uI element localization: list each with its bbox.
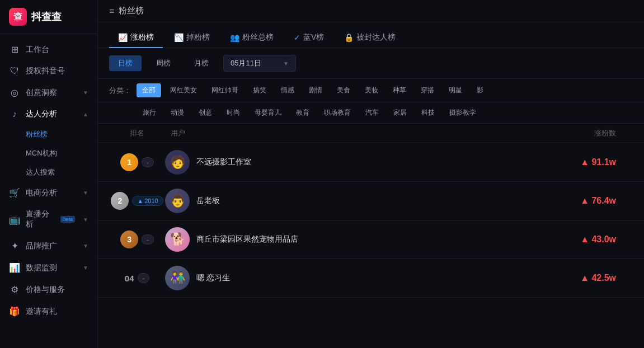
table-row[interactable]: 2 ▲ 2010 👨 岳老板 ▲ 76.4w [98,182,644,220]
cat-car-button[interactable]: 汽车 [360,106,384,120]
tab-fans-up[interactable]: 📈 涨粉榜 [109,28,163,48]
table-row[interactable]: 1 - 🧑 不远摄影工作室 ▲ 91.1w [98,143,644,182]
cat-drama-button[interactable]: 剧情 [303,83,328,97]
cat-anime-button[interactable]: 动漫 [165,106,190,120]
cat-beauty-button[interactable]: 网红美女 [164,83,203,97]
sidebar-item-pricing[interactable]: ⚙ 价格与服务 [0,279,97,300]
cat-trend-button[interactable]: 时尚 [221,106,246,120]
avatar-2: 👨 [165,189,190,213]
rank-change-value: - [143,275,145,281]
table-header: 排名 用户 涨粉数 [98,124,644,143]
chevron-down-icon: ▼ [283,60,289,67]
cat-workplace-button[interactable]: 职场教育 [318,106,356,120]
cat-star-button[interactable]: 明星 [443,83,468,97]
tabs-bar: 📈 涨粉榜 📉 掉粉榜 👥 粉丝总榜 ✓ 蓝V榜 🔒 被封达人榜 [98,22,644,48]
cat-fashion-button[interactable]: 穿搭 [415,83,440,97]
cat-parenting-button[interactable]: 母婴育儿 [249,106,287,120]
cat-more-button[interactable]: 影 [471,83,489,97]
ecom-icon: 🛒 [9,187,20,198]
brand-icon: ✦ [9,241,20,251]
avatar-3: 🐕 [165,227,190,252]
sidebar-item-label: 品牌推广 [26,241,77,251]
fans-change-value-2: ▲ 76.4w [580,196,616,206]
cat-home-button[interactable]: 家居 [388,106,412,120]
header-menu-icon: ≡ [109,6,114,16]
logo-area: 查 抖查查 [0,0,97,34]
sidebar-item-insight[interactable]: ◎ 创意洞察 ▼ [0,82,97,104]
cat-handsome-button[interactable]: 网红帅哥 [206,83,244,97]
cat-emotion-button[interactable]: 情感 [275,83,300,97]
sidebar-item-label: 达人分析 [26,109,77,119]
tab-label: 涨粉榜 [130,32,154,43]
chevron-down-icon: ▼ [83,90,88,96]
cat-creative-button[interactable]: 创意 [193,106,218,120]
rank-change-value: - [147,159,149,166]
period-week-button[interactable]: 周榜 [147,55,180,71]
rank-number-4: 04 [125,274,134,283]
sidebar-item-auth[interactable]: 🛡 授权抖音号 [0,60,97,82]
col-rank-header: 排名 [109,128,165,138]
rank-area-1: 1 - [109,153,165,171]
table-row[interactable]: 3 - 🐕 商丘市梁园区果然宠物用品店 ▲ 43.0w [98,220,644,259]
sidebar-item-label: 邀请有礼 [26,307,88,317]
col-fans-header: 涨粉数 [549,128,633,138]
avatar-1: 🧑 [165,150,190,175]
rank-change-badge-2: ▲ 2010 [132,196,163,206]
user-area-2: 👨 岳老板 [165,189,549,213]
sidebar-item-label: 电商分析 [26,188,77,198]
rank-change-value: - [147,236,149,243]
cat-edu-button[interactable]: 教育 [290,106,315,120]
rank-change-value: 2010 [144,197,158,204]
rank-medal-bronze: 3 [120,231,138,248]
user-area-1: 🧑 不远摄影工作室 [165,150,549,175]
tab-blocked[interactable]: 🔒 被封达人榜 [335,28,405,48]
cat-grass-button[interactable]: 种草 [387,83,412,97]
sidebar-item-live[interactable]: 📺 直播分析 Beta ▼ [0,204,97,235]
cat-funny-button[interactable]: 搞笑 [247,83,272,97]
username-3: 商丘市梁园区果然宠物用品店 [196,234,298,244]
fans-up-icon: 📈 [118,33,128,42]
cat-food-button[interactable]: 美食 [331,83,356,97]
cat-photo-edu-button[interactable]: 摄影教学 [444,106,482,120]
date-selector[interactable]: 05月11日 ▼ [223,55,296,72]
sidebar-item-brand[interactable]: ✦ 品牌推广 ▼ [0,235,97,257]
sidebar-item-ecom[interactable]: 🛒 电商分析 ▼ [0,182,97,204]
sidebar-item-invite[interactable]: 🎁 邀请有礼 [0,300,97,322]
period-day-button[interactable]: 日榜 [109,55,142,71]
table-area: 排名 用户 涨粉数 1 - 🧑 不远摄影工作室 ▲ 91.1w [98,124,644,348]
logo-icon: 查 [9,8,27,26]
sidebar-item-workspace[interactable]: ⊞ 工作台 [0,39,97,60]
mcn-label: MCN机构 [26,148,57,158]
cat-all-button[interactable]: 全部 [137,83,161,97]
user-area-3: 🐕 商丘市梁园区果然宠物用品店 [165,227,549,252]
fans-count-4: ▲ 42.5w [549,273,633,283]
tab-fans-total[interactable]: 👥 粉丝总榜 [221,28,283,48]
sidebar-item-kol[interactable]: ♪ 达人分析 ▲ [0,104,97,125]
sidebar-subitem-kol-search[interactable]: 达人搜索 [0,163,97,182]
blocked-icon: 🔒 [344,33,354,42]
rank-change-badge-3: - [142,234,154,244]
cat-travel-button[interactable]: 旅行 [137,106,162,120]
tab-blue-v[interactable]: ✓ 蓝V榜 [285,28,333,48]
period-month-button[interactable]: 月榜 [185,55,218,71]
page-title: 粉丝榜 [119,6,144,16]
sidebar-item-label: 价格与服务 [26,285,88,295]
blue-v-icon: ✓ [294,33,300,42]
workspace-icon: ⊞ [9,44,20,55]
chevron-up-icon: ▲ [83,111,88,117]
filter-bar: 日榜 周榜 月榜 05月11日 ▼ [98,48,644,79]
sidebar-menu: ⊞ 工作台 🛡 授权抖音号 ◎ 创意洞察 ▼ ♪ 达人分析 ▲ 粉丝榜 MCN机… [0,34,97,348]
top-header: ≡ 粉丝榜 [98,0,644,22]
table-row[interactable]: 04 - 👫 嗯 恋习生 ▲ 42.5w [98,259,644,298]
sidebar-item-label: 直播分析 [26,209,55,229]
cat-tech-button[interactable]: 科技 [416,106,440,120]
sidebar-subitem-fans-rank[interactable]: 粉丝榜 [0,125,97,144]
fans-down-icon: 📉 [174,33,184,42]
sidebar-item-monitor[interactable]: 📊 数据监测 ▼ [0,257,97,279]
live-icon: 📺 [9,214,20,225]
sidebar-subitem-mcn[interactable]: MCN机构 [0,144,97,163]
category-label: 分类： [109,86,131,96]
cat-makeup-button[interactable]: 美妆 [359,83,384,97]
tab-fans-down[interactable]: 📉 掉粉榜 [165,28,219,48]
username-1: 不远摄影工作室 [196,157,251,167]
